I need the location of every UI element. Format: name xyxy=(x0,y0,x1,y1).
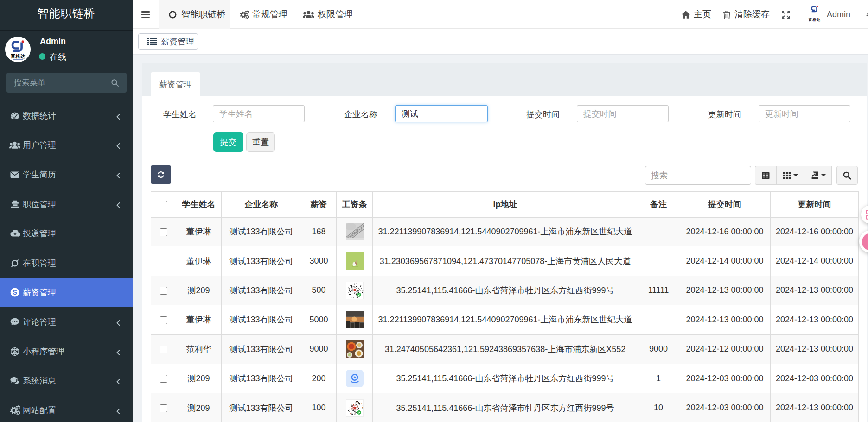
svg-text:喜格达: 喜格达 xyxy=(10,53,26,59)
svg-text:S: S xyxy=(13,289,17,296)
